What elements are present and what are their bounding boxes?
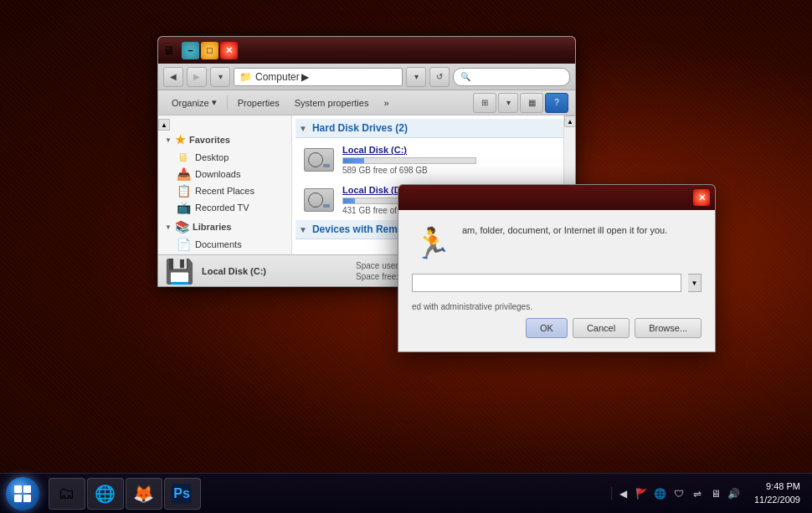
hard-disk-section-header[interactable]: ▼ Hard Disk Drives (2) bbox=[296, 119, 572, 138]
minimize-button[interactable]: – bbox=[182, 42, 199, 59]
more-button[interactable]: » bbox=[377, 93, 395, 113]
svg-rect-3 bbox=[23, 495, 31, 502]
folder-icon: 📁 bbox=[239, 71, 252, 83]
favorites-triangle-icon: ▼ bbox=[165, 136, 172, 143]
breadcrumb-arrow: ▶ bbox=[301, 71, 309, 83]
dialog-run-icon: 🏃 bbox=[412, 223, 452, 264]
sidebar-item-downloads[interactable]: 📥 Downloads bbox=[158, 166, 291, 182]
address-field[interactable]: 📁 Computer ▶ bbox=[234, 68, 403, 86]
ie-taskbar-icon: 🌐 bbox=[95, 484, 115, 504]
sidebar-item-desktop[interactable]: 🖥 Desktop bbox=[158, 149, 291, 166]
tray-speaker-icon[interactable]: 🔊 bbox=[727, 487, 741, 500]
drive-c-icon bbox=[302, 145, 336, 175]
taskbar-item-explorer[interactable]: 🗂 bbox=[49, 478, 85, 510]
cancel-button[interactable]: Cancel bbox=[573, 318, 630, 338]
start-orb bbox=[6, 477, 39, 510]
drive-c-size: 589 GB free of 698 GB bbox=[342, 166, 565, 175]
view-tiles-button[interactable]: ⊞ bbox=[473, 93, 496, 113]
organize-button[interactable]: Organize ▾ bbox=[165, 93, 224, 113]
forward-button[interactable]: ▶ bbox=[187, 67, 207, 87]
toolbar-separator-1 bbox=[227, 95, 228, 110]
dialog-body: 🏃 am, folder, document, or Internet ill … bbox=[398, 210, 715, 351]
recorded-tv-label: Recorded TV bbox=[195, 203, 249, 213]
recent-places-label: Recent Places bbox=[195, 186, 254, 196]
search-box[interactable]: 🔍 bbox=[453, 68, 570, 86]
taskbar-item-ie[interactable]: 🌐 bbox=[87, 478, 124, 510]
drive-d-icon bbox=[302, 185, 336, 215]
downloads-label: Downloads bbox=[195, 169, 240, 179]
sidebar-scroll-up[interactable]: ▲ bbox=[158, 119, 170, 131]
svg-rect-0 bbox=[14, 485, 22, 493]
tray-flag-icon[interactable]: 🚩 bbox=[635, 487, 649, 500]
tray-arrows-icon[interactable]: ⇌ bbox=[691, 487, 704, 500]
admin-note: ed with administrative privileges. bbox=[412, 302, 702, 318]
dialog-input-field[interactable] bbox=[412, 274, 681, 292]
sidebar-favorites-header[interactable]: ▼ ★ Favorites bbox=[158, 131, 291, 149]
maximize-button[interactable]: □ bbox=[201, 42, 218, 59]
tray-monitor-icon[interactable]: 🖥 bbox=[709, 487, 722, 500]
dialog-close-button[interactable]: ✕ bbox=[693, 189, 710, 206]
documents-label: Documents bbox=[195, 239, 242, 249]
view-dropdown-button[interactable]: ▾ bbox=[498, 93, 518, 113]
address-bar: ◀ ▶ ▾ 📁 Computer ▶ ▾ ↺ 🔍 bbox=[158, 64, 575, 90]
refresh-button[interactable]: ↺ bbox=[429, 67, 450, 87]
explorer-taskbar-icon: 🗂 bbox=[56, 484, 76, 504]
sidebar-item-documents[interactable]: 📄 Documents bbox=[158, 236, 291, 253]
window-controls: – □ ✕ bbox=[182, 42, 238, 59]
removable-triangle-icon: ▼ bbox=[299, 225, 307, 234]
favorites-label: Favorites bbox=[189, 135, 230, 145]
recent-button[interactable]: ▾ bbox=[210, 67, 230, 87]
svg-rect-2 bbox=[14, 495, 22, 502]
sidebar-libraries-section: ▼ 📚 Libraries 📄 Documents bbox=[158, 218, 291, 253]
dialog-info-row: 🏃 am, folder, document, or Internet ill … bbox=[412, 223, 702, 264]
hard-disk-title: Hard Disk Drives (2) bbox=[312, 122, 408, 134]
drive-c-bar bbox=[343, 158, 364, 163]
help-button[interactable]: ? bbox=[545, 93, 568, 113]
desktop-icon: 🖥 bbox=[177, 151, 190, 164]
photoshop-taskbar-icon: Ps bbox=[172, 484, 192, 504]
libraries-label: Libraries bbox=[193, 222, 231, 232]
clock[interactable]: 9:48 PM 11/22/2009 bbox=[749, 480, 805, 506]
sidebar-libraries-header[interactable]: ▼ 📚 Libraries bbox=[158, 218, 291, 236]
dialog-input-row: ▼ bbox=[412, 274, 702, 292]
close-button[interactable]: ✕ bbox=[220, 42, 238, 59]
hard-disk-triangle-icon: ▼ bbox=[299, 124, 307, 133]
clock-time: 9:48 PM bbox=[754, 480, 800, 493]
tray-security-icon[interactable]: 🛡 bbox=[672, 487, 686, 500]
drive-c-info: Local Disk (C:) 589 GB free of 698 GB bbox=[342, 145, 565, 175]
more-label: » bbox=[383, 98, 388, 108]
taskbar-item-photoshop[interactable]: Ps bbox=[164, 478, 201, 510]
status-drive-icon: 💾 bbox=[165, 258, 192, 285]
drive-c-item[interactable]: Local Disk (C:) 589 GB free of 698 GB bbox=[296, 140, 572, 180]
browse-button[interactable]: Browse... bbox=[635, 318, 702, 338]
libraries-icon: 📚 bbox=[175, 220, 189, 233]
taskbar-tray: ◀ 🚩 🌐 🛡 ⇌ 🖥 🔊 9:48 PM 11/22/2009 bbox=[604, 474, 812, 513]
organize-label: Organize bbox=[172, 98, 209, 108]
tray-network-icon[interactable]: 🌐 bbox=[654, 487, 667, 500]
sidebar-item-recent-places[interactable]: 📋 Recent Places bbox=[158, 182, 291, 199]
organize-arrow-icon: ▾ bbox=[212, 97, 217, 108]
address-dropdown-button[interactable]: ▾ bbox=[406, 67, 426, 87]
taskbar-item-firefox[interactable]: 🦊 bbox=[126, 478, 162, 510]
hdd-c-graphic bbox=[304, 148, 334, 172]
hdd-d-graphic bbox=[304, 188, 334, 212]
system-properties-label: System properties bbox=[295, 98, 369, 108]
system-properties-button[interactable]: System properties bbox=[288, 93, 376, 113]
tray-arrow-left-icon[interactable]: ◀ bbox=[617, 487, 630, 500]
preview-button[interactable]: ▦ bbox=[520, 93, 543, 113]
taskbar-items: 🗂 🌐 🦊 Ps bbox=[45, 478, 604, 510]
dialog-buttons: OK Cancel Browse... bbox=[412, 318, 702, 338]
dialog-dropdown-button[interactable]: ▼ bbox=[688, 274, 702, 292]
main-scroll-up[interactable]: ▲ bbox=[564, 115, 575, 127]
search-input-placeholder: 🔍 bbox=[460, 72, 470, 81]
firefox-taskbar-icon: 🦊 bbox=[133, 484, 153, 504]
drive-c-name: Local Disk (C:) bbox=[342, 145, 565, 155]
breadcrumb-computer[interactable]: Computer bbox=[255, 71, 300, 83]
properties-button[interactable]: Properties bbox=[231, 93, 286, 113]
back-button[interactable]: ◀ bbox=[163, 67, 183, 87]
start-button[interactable] bbox=[0, 474, 45, 514]
clock-date: 11/22/2009 bbox=[754, 494, 800, 506]
sidebar-item-recorded-tv[interactable]: 📺 Recorded TV bbox=[158, 199, 291, 216]
ok-button[interactable]: OK bbox=[526, 318, 568, 338]
tray-icons: ◀ 🚩 🌐 🛡 ⇌ 🖥 🔊 bbox=[611, 487, 746, 500]
